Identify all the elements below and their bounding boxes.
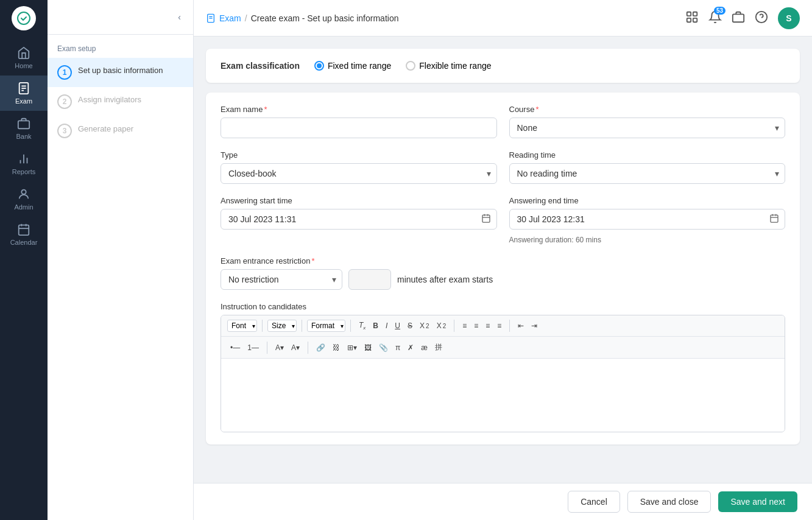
save-next-button[interactable]: Save and next [718,491,797,512]
svg-rect-19 [687,18,691,22]
bold-button[interactable]: B [370,320,381,332]
step-number-3: 3 [57,124,72,138]
start-time-calendar-icon[interactable] [481,214,491,225]
editor-toolbar: Font ▾ Size ▾ [221,315,785,337]
align-right-button[interactable]: ≡ [482,320,493,332]
reading-time-select[interactable]: No reading time 5 minutes 10 minutes [509,163,786,184]
step-item-2[interactable]: 2 Assign invigilators [48,87,193,116]
end-time-input[interactable] [509,209,786,230]
svg-rect-5 [18,121,29,128]
align-justify-button[interactable]: ≡ [494,320,504,332]
step-label-1: Set up basic information [78,65,163,76]
svg-rect-20 [693,18,697,22]
end-time-calendar-icon[interactable] [769,214,779,225]
svg-rect-28 [771,215,778,222]
breadcrumb-link[interactable]: Exam [219,13,241,23]
briefcase-icon [732,10,745,24]
sidebar-item-admin[interactable]: Admin [0,181,48,217]
instruction-group: Instruction to candidates Font ▾ [221,302,785,432]
background-color-button[interactable]: A▾ [288,342,303,354]
table-button[interactable]: ⊞▾ [344,342,360,354]
radio-flexible-time[interactable]: Flexible time range [406,61,491,71]
restriction-select-wrap: No restriction Restricted ▾ [221,269,342,290]
svg-point-9 [21,190,26,194]
course-label: Course* [509,105,786,114]
svg-rect-10 [19,225,29,236]
app-logo [12,6,36,30]
increase-indent-button[interactable]: ⇥ [528,320,540,332]
radio-fixed-time[interactable]: Fixed time range [314,61,391,71]
exam-name-input[interactable] [221,118,497,138]
sep-1 [262,320,263,332]
subscript-button[interactable]: X2 [417,320,432,332]
page-body: Exam classification Fixed time range Fle… [194,37,812,483]
formula-button[interactable]: π [392,342,403,354]
font-color-button[interactable]: A▾ [272,342,287,354]
indent-group: ⇤ ⇥ [515,320,540,332]
type-select[interactable]: Closed-book Open-book [221,163,497,184]
start-time-group: Answering start time [221,196,497,244]
exam-name-group: Exam name* [221,105,497,138]
start-time-label: Answering start time [221,196,497,205]
color-group: A▾ A▾ [272,342,303,354]
form-grid: Exam name* Course* None ▾ [221,105,785,244]
course-group: Course* None ▾ [509,105,786,138]
type-group: Type Closed-book Open-book ▾ [221,150,497,184]
sidebar-item-exam[interactable]: Exam [0,76,48,111]
link-button[interactable]: 🔗 [313,342,328,354]
cancel-button[interactable]: Cancel [568,491,620,513]
classification-label: Exam classification [221,61,300,71]
svg-point-0 [18,12,30,24]
format-select[interactable]: Format [307,320,345,332]
strikethrough-button[interactable]: S [404,320,415,332]
italic-button[interactable]: I [383,320,390,332]
sidebar-item-calendar[interactable]: Calendar [0,217,48,252]
superscript-button[interactable]: X2 [434,320,450,332]
align-left-button[interactable]: ≡ [459,320,470,332]
attachment-button[interactable]: 📎 [376,342,391,354]
insert-group: 🔗 ⛓ ⊞▾ 🖼 📎 π ✗ æ 拼 [313,340,445,354]
restriction-select[interactable]: No restriction Restricted [221,269,342,290]
restriction-row: No restriction Restricted ▾ minutes afte… [221,269,785,290]
editor-body[interactable] [221,359,785,432]
sidebar-item-reports[interactable]: Reports [0,146,48,181]
notification-button[interactable]: 53 [708,10,722,26]
sidebar-item-bank[interactable]: Bank [0,111,48,146]
type-label: Type [221,150,497,160]
image-button[interactable]: 🖼 [361,342,375,354]
font-select[interactable]: Font [227,320,257,332]
start-time-input[interactable] [221,209,497,230]
end-time-label: Answering end time [509,196,786,205]
svg-rect-24 [482,215,490,222]
minutes-input[interactable] [348,269,391,290]
sidebar-item-home-label: Home [15,62,32,69]
align-center-button[interactable]: ≡ [471,320,481,332]
size-select[interactable]: Size [267,320,297,332]
font-group: Font ▾ [227,320,257,332]
ordered-list-button[interactable]: 1― [244,342,262,354]
strikethrough2-button[interactable]: ✗ [404,342,417,354]
sidebar-item-home[interactable]: Home [0,40,48,76]
clear-format-button[interactable]: Tx [356,319,369,332]
step-item-1[interactable]: 1 Set up basic information [48,58,193,87]
pinyin-button[interactable]: 拼 [432,340,445,354]
step-item-3[interactable]: 3 Generate paper [48,116,193,146]
panel-collapse-button[interactable]: ‹ [175,10,183,24]
save-close-button[interactable]: Save and close [627,491,711,513]
briefcase-icon-button[interactable] [732,10,745,26]
user-avatar[interactable]: S [778,7,800,29]
special-char-button[interactable]: æ [418,342,431,354]
unordered-list-button[interactable]: •― [227,342,243,354]
instruction-label: Instruction to candidates [221,302,785,311]
course-select[interactable]: None [509,118,786,138]
grid-icon-button[interactable] [685,10,699,26]
unlink-button[interactable]: ⛓ [330,342,343,354]
underline-button[interactable]: U [392,320,403,332]
help-icon-button[interactable] [755,10,768,26]
decrease-indent-button[interactable]: ⇤ [515,320,527,332]
bank-icon [17,117,30,130]
start-time-input-wrap [221,209,497,230]
sidebar-item-admin-label: Admin [14,203,33,211]
exam-setup-label: Exam setup [48,35,193,58]
sidebar-item-exam-label: Exam [15,97,32,105]
